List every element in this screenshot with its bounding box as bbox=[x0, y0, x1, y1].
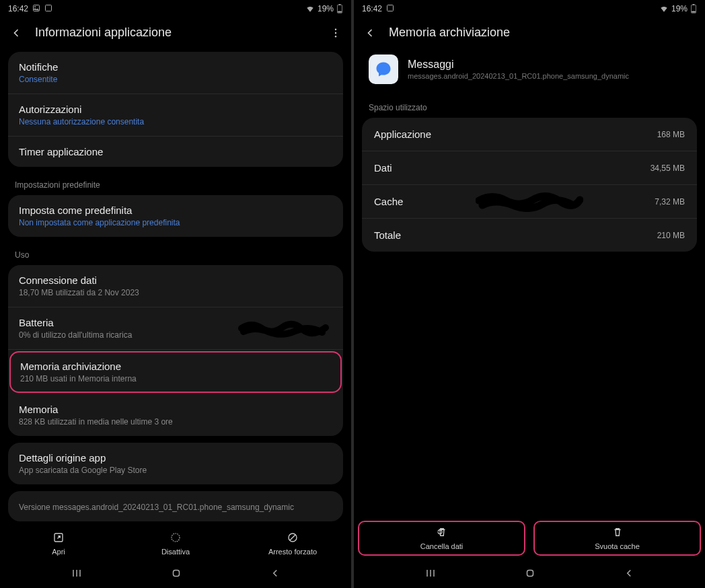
storage-row-app: Applicazione 168 MB bbox=[362, 118, 697, 151]
row-notifications[interactable]: Notifiche Consentite bbox=[8, 52, 343, 94]
trash-cache-icon bbox=[611, 526, 624, 540]
open-label: Apri bbox=[52, 548, 65, 556]
status-bar: 16:42 19% bbox=[354, 0, 705, 17]
row-title: Notifiche bbox=[19, 61, 332, 73]
nav-recents[interactable] bbox=[70, 566, 83, 580]
details-card: Dettagli origine app App scaricata da Go… bbox=[8, 443, 343, 484]
row-battery[interactable]: Batteria 0% di utilizzo dall'ultima rica… bbox=[8, 307, 343, 350]
disable-button[interactable]: Disattiva bbox=[117, 531, 234, 556]
clear-data-label: Cancella dati bbox=[420, 542, 463, 550]
redaction-scribble bbox=[238, 318, 332, 338]
status-time: 16:42 bbox=[8, 4, 28, 13]
section-defaults: Impostazioni predefinite bbox=[8, 174, 343, 195]
row-subtitle: Nessuna autorizzazione consentita bbox=[19, 117, 332, 126]
status-image-icon bbox=[32, 4, 40, 14]
section-space-used: Spazio utilizzato bbox=[362, 96, 697, 118]
open-button[interactable]: Apri bbox=[0, 531, 117, 556]
force-stop-button[interactable]: Arresto forzato bbox=[234, 531, 351, 556]
scroll-content[interactable]: Notifiche Consentite Autorizzazioni Ness… bbox=[0, 48, 351, 526]
storage-label: Cache bbox=[374, 196, 403, 207]
header: Memoria archiviazione bbox=[354, 17, 705, 48]
app-name: Messaggi bbox=[408, 59, 629, 71]
status-battery-pct: 19% bbox=[671, 4, 688, 13]
storage-value: 34,55 MB bbox=[651, 163, 685, 173]
privacy-card: Notifiche Consentite Autorizzazioni Ness… bbox=[8, 52, 343, 167]
open-icon bbox=[52, 531, 65, 545]
back-button[interactable] bbox=[9, 26, 23, 40]
row-storage[interactable]: Memoria archiviazione 210 MB usati in Me… bbox=[9, 351, 342, 393]
action-bar: Apri Disattiva Arresto forzato bbox=[0, 526, 351, 558]
trash-data-icon bbox=[436, 526, 448, 540]
storage-label: Applicazione bbox=[374, 128, 431, 140]
row-title: Connessione dati bbox=[19, 274, 332, 286]
row-app-timer[interactable]: Timer applicazione bbox=[8, 137, 343, 167]
svg-point-10 bbox=[172, 534, 180, 542]
nav-recents[interactable] bbox=[424, 566, 437, 580]
page-title: Memoria archiviazione bbox=[389, 26, 696, 40]
row-app-origin[interactable]: Dettagli origine app App scaricata da Go… bbox=[8, 443, 343, 484]
storage-label: Dati bbox=[374, 162, 392, 174]
version-text: Versione messages.android_20240213_01_RC… bbox=[19, 503, 332, 512]
row-title: Dettagli origine app bbox=[19, 452, 332, 464]
svg-rect-12 bbox=[173, 571, 179, 577]
row-title: Imposta come predefinita bbox=[19, 205, 332, 216]
action-bar: Cancella dati Svuota cache bbox=[354, 515, 705, 558]
svg-rect-15 bbox=[693, 4, 695, 5]
redaction-scribble bbox=[476, 189, 583, 215]
section-usage: Uso bbox=[8, 244, 343, 265]
status-battery-pct: 19% bbox=[318, 4, 334, 13]
nav-back[interactable] bbox=[623, 567, 635, 579]
storage-row-cache: Cache 7,32 MB bbox=[362, 185, 697, 219]
nav-back[interactable] bbox=[269, 567, 281, 579]
more-button[interactable] bbox=[330, 27, 342, 39]
nav-bar bbox=[354, 558, 705, 588]
clear-cache-button[interactable]: Svuota cache bbox=[533, 521, 701, 556]
row-memory[interactable]: Memoria 828 KB utilizzati in media nelle… bbox=[8, 394, 343, 436]
storage-row-data: Dati 34,55 MB bbox=[362, 151, 697, 185]
row-subtitle: 18,70 MB utilizzati da 2 Nov 2023 bbox=[19, 288, 332, 297]
force-stop-label: Arresto forzato bbox=[268, 548, 317, 556]
row-title: Memoria bbox=[19, 404, 332, 415]
svg-rect-16 bbox=[692, 11, 696, 13]
storage-row-total: Totale 210 MB bbox=[362, 219, 697, 252]
battery-icon bbox=[336, 4, 343, 13]
screen-app-info: 16:42 19% Informazioni applicazione bbox=[0, 0, 351, 588]
row-permissions[interactable]: Autorizzazioni Nessuna autorizzazione co… bbox=[8, 94, 343, 137]
svg-rect-17 bbox=[527, 571, 533, 577]
status-time: 16:42 bbox=[362, 4, 382, 13]
clear-data-button[interactable]: Cancella dati bbox=[358, 521, 525, 556]
status-image-icon-2 bbox=[44, 4, 52, 14]
svg-rect-4 bbox=[339, 4, 341, 5]
screen-storage: 16:42 19% Memoria archiviazione bbox=[354, 0, 705, 588]
nav-home[interactable] bbox=[170, 567, 182, 579]
storage-card: Applicazione 168 MB Dati 34,55 MB Cache … bbox=[362, 118, 697, 252]
header: Informazioni applicazione bbox=[0, 17, 351, 48]
svg-point-6 bbox=[335, 28, 336, 30]
back-button[interactable] bbox=[363, 26, 377, 40]
row-subtitle: 210 MB usati in Memoria interna bbox=[20, 374, 331, 383]
app-icon bbox=[369, 54, 398, 84]
storage-value: 168 MB bbox=[657, 130, 685, 139]
row-title: Memoria archiviazione bbox=[20, 361, 331, 372]
wifi-icon bbox=[659, 4, 669, 13]
row-set-default[interactable]: Imposta come predefinita Non impostata c… bbox=[8, 195, 343, 237]
status-bar: 16:42 19% bbox=[0, 0, 351, 17]
nav-home[interactable] bbox=[524, 567, 536, 579]
scroll-content[interactable]: Messaggi messages.android_20240213_01_RC… bbox=[354, 48, 705, 515]
row-data-usage[interactable]: Connessione dati 18,70 MB utilizzati da … bbox=[8, 265, 343, 307]
row-subtitle: Non impostata come applicazione predefin… bbox=[19, 218, 332, 227]
row-subtitle: Consentite bbox=[19, 75, 332, 84]
svg-point-8 bbox=[335, 36, 336, 37]
nav-bar bbox=[0, 558, 351, 588]
usage-card: Connessione dati 18,70 MB utilizzati da … bbox=[8, 265, 343, 436]
svg-point-1 bbox=[34, 6, 36, 7]
clear-cache-label: Svuota cache bbox=[595, 542, 640, 550]
app-header: Messaggi messages.android_20240213_01_RC… bbox=[362, 48, 697, 96]
svg-rect-5 bbox=[338, 11, 342, 13]
row-title: Timer applicazione bbox=[19, 146, 332, 157]
storage-value: 7,32 MB bbox=[655, 197, 685, 207]
storage-label: Totale bbox=[374, 229, 401, 241]
storage-value: 210 MB bbox=[657, 231, 685, 240]
defaults-card: Imposta come predefinita Non impostata c… bbox=[8, 195, 343, 237]
status-image-icon bbox=[386, 4, 394, 14]
